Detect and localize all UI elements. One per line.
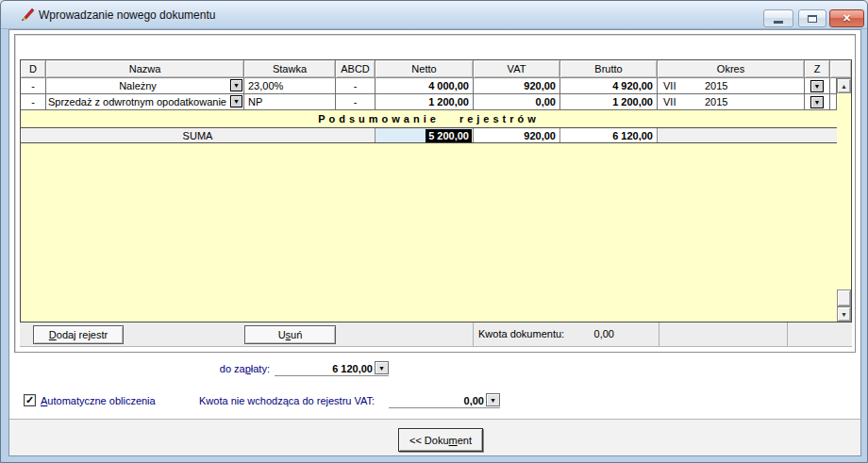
summary-heading: Podsumowanie rejestrów — [21, 110, 837, 127]
client-area: D Nazwa Stawka ABCD Netto VAT Brutto Okr… — [8, 29, 861, 456]
close-icon: ✕ — [843, 12, 851, 25]
col-header-d[interactable]: D — [21, 60, 46, 78]
scroll-up-button[interactable]: ▲ — [837, 78, 851, 93]
add-register-label-rest: odaj rejestr — [57, 329, 108, 340]
cell-abcd[interactable]: - — [336, 78, 376, 94]
cell-z[interactable]: ▼ — [805, 78, 830, 94]
cell-brutto[interactable]: 1 200,00 — [560, 94, 658, 110]
to-pay-label: do zapłaty: — [198, 363, 270, 374]
check-icon: ✓ — [25, 395, 34, 405]
document-amount-value: 0,00 — [548, 328, 614, 339]
z-dropdown-button[interactable]: ▼ — [810, 96, 824, 108]
cell-netto[interactable]: 4 000,00 — [376, 78, 474, 94]
grid-header-row: D Nazwa Stawka ABCD Netto VAT Brutto Okr… — [21, 60, 851, 78]
cell-okres[interactable]: VII 2015 — [658, 94, 805, 110]
col-header-vat[interactable]: VAT — [474, 60, 560, 78]
window-title: Wprowadzanie nowego dokumentu — [39, 8, 215, 22]
register-name-combobox[interactable]: Sprzedaż z odwrotnym opodatkowanie ▼ — [46, 94, 244, 110]
okres-month: VII — [663, 80, 705, 91]
arrow-down-icon: ▼ — [841, 311, 847, 318]
col-header-filler — [830, 60, 851, 78]
col-header-abcd[interactable]: ABCD — [336, 60, 376, 78]
cell-vat[interactable]: 920,00 — [474, 78, 560, 94]
register-name-combobox[interactable]: Należny ▼ — [46, 78, 244, 94]
cell-name-text: Sprzedaż z odwrotnym opodatkowanie — [48, 96, 226, 107]
auto-calc-checkbox[interactable]: ✓ — [24, 394, 36, 406]
cell-okres[interactable]: VII 2015 — [658, 78, 805, 94]
add-register-label: Dodaj rejestr — [49, 329, 108, 340]
document-button-label-pre: << Doku — [409, 435, 449, 446]
cell-brutto[interactable]: 4 920,00 — [560, 78, 658, 94]
col-header-okres[interactable]: Okres — [658, 60, 805, 78]
z-dropdown-button[interactable]: ▼ — [810, 80, 824, 92]
chevron-down-icon: ▼ — [378, 365, 385, 372]
cell-filler — [830, 78, 837, 94]
to-pay-label-rest: łaty: — [251, 363, 270, 374]
chevron-down-icon: ▼ — [814, 83, 821, 90]
grid-footer-strip: Dodaj rejestr Usuń Kwota dokumentu: 0,00 — [20, 322, 852, 347]
summary-netto-cell[interactable]: 5 200,00 — [376, 128, 474, 142]
add-register-mnemonic: D — [49, 329, 57, 340]
col-header-z[interactable]: Z — [805, 60, 830, 78]
document-button-mnemonic: m — [449, 435, 458, 446]
name-dropdown-button[interactable]: ▼ — [230, 79, 242, 91]
summary-netto-selected-value[interactable]: 5 200,00 — [426, 129, 472, 142]
chevron-down-icon: ▼ — [233, 82, 240, 89]
scroll-down-button[interactable]: ▼ — [837, 306, 851, 322]
cell-name-text: Należny — [119, 80, 157, 91]
cell-stawka[interactable]: 23,00% — [244, 78, 336, 94]
non-vat-amount-label: Kwota nie wchodząca do rejestru VAT: — [199, 395, 375, 406]
chevron-down-icon: ▼ — [490, 397, 496, 404]
minimize-button[interactable] — [763, 9, 793, 27]
chevron-down-icon: ▼ — [814, 99, 821, 106]
cell-d[interactable]: - — [21, 78, 46, 94]
summary-vat-cell[interactable]: 920,00 — [474, 128, 560, 142]
name-dropdown-button[interactable]: ▼ — [230, 95, 242, 107]
grid-vscrollbar[interactable]: ▲ ▼ — [837, 78, 851, 322]
register-row[interactable]: - Sprzedaż z odwrotnym opodatkowanie ▼ N… — [21, 94, 837, 110]
delete-register-label: Usuń — [278, 329, 303, 340]
col-header-stawka[interactable]: Stawka — [244, 60, 336, 78]
non-vat-amount-field[interactable]: 0,00 ▼ — [389, 392, 500, 408]
add-register-button[interactable]: Dodaj rejestr — [33, 325, 124, 344]
document-button-label: << Dokument — [409, 435, 472, 446]
cell-d[interactable]: - — [21, 94, 46, 110]
to-pay-field[interactable]: 6 120,00 ▼ — [275, 360, 389, 376]
register-row[interactable]: - Należny ▼ 23,00% - 4 000,00 920,00 4 9… — [21, 78, 837, 94]
auto-calc-label[interactable]: Automatyczne obliczenia — [41, 395, 156, 406]
minimize-icon — [774, 21, 783, 24]
to-pay-label-pre: do za — [220, 363, 245, 374]
strip-divider — [659, 322, 659, 346]
maximize-restore-button[interactable] — [798, 9, 826, 27]
col-header-nazwa[interactable]: Nazwa — [46, 60, 244, 78]
maximize-icon — [808, 15, 817, 23]
cell-netto[interactable]: 1 200,00 — [376, 94, 474, 110]
document-button-label-rest: ent — [458, 435, 472, 446]
summary-row: SUMA 5 200,00 920,00 6 120,00 — [21, 127, 837, 143]
summary-filler — [658, 128, 837, 142]
chevron-down-icon: ▼ — [233, 98, 240, 105]
okres-year: 2015 — [705, 96, 727, 107]
document-button[interactable]: << Dokument — [398, 428, 483, 452]
auto-calc-label-rest: utomatyczne obliczenia — [47, 395, 155, 406]
delete-register-button[interactable]: Usuń — [244, 325, 336, 344]
col-header-netto[interactable]: Netto — [376, 60, 474, 78]
cell-stawka[interactable]: NP — [244, 94, 336, 110]
to-pay-dropdown-button[interactable]: ▼ — [375, 361, 389, 374]
summary-brutto-cell[interactable]: 6 120,00 — [560, 128, 658, 142]
scrollbar-thumb[interactable] — [837, 289, 851, 306]
cell-z[interactable]: ▼ — [805, 94, 830, 110]
scrollbar-track[interactable] — [837, 93, 851, 289]
cell-filler — [830, 94, 837, 110]
to-pay-value: 6 120,00 — [332, 363, 373, 374]
strip-divider — [473, 322, 474, 346]
registers-panel: D Nazwa Stawka ABCD Netto VAT Brutto Okr… — [14, 34, 856, 353]
quill-pen-icon — [20, 8, 35, 23]
close-button[interactable]: ✕ — [829, 9, 864, 27]
arrow-up-icon: ▲ — [841, 83, 847, 90]
cell-vat[interactable]: 0,00 — [474, 94, 560, 110]
cell-abcd[interactable]: - — [336, 94, 376, 110]
non-vat-dropdown-button[interactable]: ▼ — [486, 393, 500, 406]
titlebar[interactable]: Wprowadzanie nowego dokumentu ✕ — [1, 1, 867, 29]
col-header-brutto[interactable]: Brutto — [560, 60, 658, 78]
